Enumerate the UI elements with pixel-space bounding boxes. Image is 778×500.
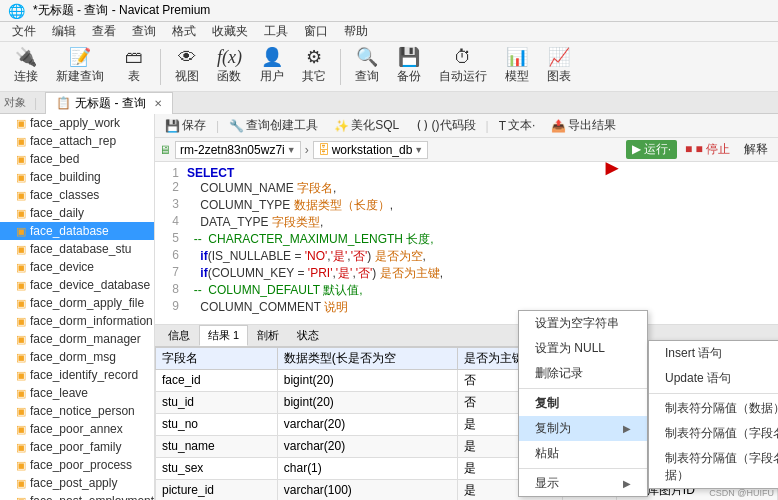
ctx-sep-1 (519, 388, 647, 389)
tab-result-1[interactable]: 结果 1 (199, 325, 248, 346)
function-icon: f(x) (217, 48, 242, 66)
ctx-copy-as[interactable]: 复制为 ▶ (519, 416, 647, 441)
tab-close-icon[interactable]: ✕ (154, 98, 162, 109)
query-tab-icon: 📋 (56, 96, 71, 110)
sidebar-item-face-database-stu[interactable]: ▣ face_database_stu (0, 240, 154, 258)
arrow-icon: › (305, 143, 309, 157)
toolbar-auto-run[interactable]: ⏱ 自动运行 (433, 45, 493, 88)
sidebar-item-face-leave[interactable]: ▣ face_leave (0, 384, 154, 402)
sidebar-item-face-poor-process[interactable]: ▣ face_poor_process (0, 456, 154, 474)
toolbar-connect[interactable]: 🔌 连接 (8, 45, 44, 88)
menu-format[interactable]: 格式 (164, 21, 204, 42)
table-row-icon: ▣ (16, 477, 26, 490)
menu-tools[interactable]: 工具 (256, 21, 296, 42)
toolbar-table[interactable]: 🗃 表 (116, 45, 152, 88)
sub-ctx-update[interactable]: Update 语句 (649, 366, 778, 391)
sidebar-item-face-building[interactable]: ▣ face_building (0, 168, 154, 186)
menu-query[interactable]: 查询 (124, 21, 164, 42)
menu-favorites[interactable]: 收藏夹 (204, 21, 256, 42)
query-tab[interactable]: 📋 无标题 - 查询 ✕ (45, 92, 173, 114)
menu-help[interactable]: 帮助 (336, 21, 376, 42)
sidebar-item-face-database[interactable]: ▣ face_database (0, 222, 154, 240)
cell-field: picture_id (156, 479, 278, 500)
ctx-copy[interactable]: 复制 (519, 391, 647, 416)
stop-button[interactable]: ■ ■ 停止 (681, 140, 734, 159)
table-row-icon: ▣ (16, 495, 26, 501)
sub-ctx-tab-data[interactable]: 制表符分隔值（数据） (649, 396, 778, 421)
table-row-icon: ▣ (16, 153, 26, 166)
toolbar-other[interactable]: ⚙ 其它 (296, 45, 332, 88)
toolbar-function[interactable]: f(x) 函数 (211, 45, 248, 88)
auto-run-icon: ⏱ (454, 48, 472, 66)
sidebar-item-face-device-database[interactable]: ▣ face_device_database (0, 276, 154, 294)
explain-button[interactable]: 解释 (738, 140, 774, 159)
sidebar-item-face-classes[interactable]: ▣ face_classes (0, 186, 154, 204)
query-builder-button[interactable]: 🔧 查询创建工具 (223, 116, 324, 135)
main-toolbar: 🔌 连接 📝 新建查询 🗃 表 👁 视图 f(x) 函数 👤 用户 ⚙ 其它 🔍… (0, 42, 778, 92)
menu-view[interactable]: 查看 (84, 21, 124, 42)
ctx-paste[interactable]: 粘贴 (519, 441, 647, 466)
menu-window[interactable]: 窗口 (296, 21, 336, 42)
table-row-icon: ▣ (16, 207, 26, 220)
ctx-set-empty-string[interactable]: 设置为空字符串 (519, 311, 647, 336)
connection-selector[interactable]: rm-2zetn83n05wz7i ▼ (175, 141, 301, 159)
ctx-delete-record[interactable]: 删除记录 (519, 361, 647, 386)
toolbar-query[interactable]: 🔍 查询 (349, 45, 385, 88)
tab-info[interactable]: 信息 (159, 325, 199, 346)
table-row-icon: ▣ (16, 315, 26, 328)
toolbar-user[interactable]: 👤 用户 (254, 45, 290, 88)
cell-field: stu_sex (156, 457, 278, 479)
beautify-sql-button[interactable]: ✨ 美化SQL (328, 116, 405, 135)
save-button[interactable]: 💾 保存 (159, 116, 212, 135)
sidebar-item-face-identify-record[interactable]: ▣ face_identify_record (0, 366, 154, 384)
export-button[interactable]: 📤 导出结果 (545, 116, 622, 135)
sidebar-item-face-dorm-information[interactable]: ▣ face_dorm_information (0, 312, 154, 330)
sidebar-item-face-dorm-apply-file[interactable]: ▣ face_dorm_apply_file (0, 294, 154, 312)
database-name: workstation_db (332, 143, 413, 157)
toolbar-model[interactable]: 📊 模型 (499, 45, 535, 88)
sidebar-item-face-poor-annex[interactable]: ▣ face_poor_annex (0, 420, 154, 438)
export-icon: 📤 (551, 119, 566, 133)
context-menu: 设置为空字符串 设置为 NULL 删除记录 复制 复制为 ▶ 粘贴 显示 ▶ (518, 310, 648, 497)
text-button[interactable]: T 文本· (493, 116, 542, 135)
sql-editor[interactable]: 1 SELECT 2 COLUMN_NAME 字段名, 3 COLUMN_TYP… (155, 162, 778, 325)
tab-status[interactable]: 状态 (288, 325, 328, 346)
sub-ctx-tab-field[interactable]: 制表符分隔值（字段名） (649, 421, 778, 446)
sidebar-item-face-dorm-manager[interactable]: ▣ face_dorm_manager (0, 330, 154, 348)
sub-ctx-tab-both[interactable]: 制表符分隔值（字段名和数据） (649, 446, 778, 488)
table-row-icon: ▣ (16, 387, 26, 400)
sidebar-item-face-attach-rep[interactable]: ▣ face_attach_rep (0, 132, 154, 150)
sub-ctx-insert[interactable]: Insert 语句 (649, 341, 778, 366)
sql-line-7: 7 if(COLUMN_KEY = 'PRI','是','否') 是否为主键, (163, 265, 770, 282)
toolbar-view[interactable]: 👁 视图 (169, 45, 205, 88)
sidebar-item-face-notice-person[interactable]: ▣ face_notice_person (0, 402, 154, 420)
sidebar-item-face-poor-family[interactable]: ▣ face_poor_family (0, 438, 154, 456)
sidebar-item-face-apply-work[interactable]: ▣ face_apply_work (0, 114, 154, 132)
code-snippet-button[interactable]: () ()代码段 (409, 116, 481, 135)
code-snippet-icon: () (415, 119, 429, 133)
sidebar-item-face-device[interactable]: ▣ face_device (0, 258, 154, 276)
run-button[interactable]: ▶ 运行· (626, 140, 677, 159)
menu-edit[interactable]: 编辑 (44, 21, 84, 42)
ctx-set-null[interactable]: 设置为 NULL (519, 336, 647, 361)
toolbar-new-query[interactable]: 📝 新建查询 (50, 45, 110, 88)
database-selector[interactable]: 🗄 workstation_db ▼ (313, 141, 429, 159)
cell-type: varchar(20) (277, 413, 457, 435)
cell-type: char(1) (277, 457, 457, 479)
sidebar-item-face-daily[interactable]: ▣ face_daily (0, 204, 154, 222)
sub-context-menu: Insert 语句 Update 语句 制表符分隔值（数据） 制表符分隔值（字段… (648, 340, 778, 489)
sidebar-item-face-post-employment[interactable]: ▣ face_post_employment (0, 492, 154, 500)
sql-line-2: 2 COLUMN_NAME 字段名, (163, 180, 770, 197)
sidebar-item-face-dorm-msg[interactable]: ▣ face_dorm_msg (0, 348, 154, 366)
new-query-icon: 📝 (69, 48, 91, 66)
ctx-show[interactable]: 显示 ▶ (519, 471, 647, 496)
table-row-icon: ▣ (16, 333, 26, 346)
sidebar-item-face-post-apply[interactable]: ▣ face_post_apply (0, 474, 154, 492)
table-row-icon: ▣ (16, 117, 26, 130)
toolbar-chart[interactable]: 📈 图表 (541, 45, 577, 88)
query-tab-label: 无标题 - 查询 (75, 95, 146, 112)
toolbar-backup[interactable]: 💾 备份 (391, 45, 427, 88)
sidebar-item-face-bed[interactable]: ▣ face_bed (0, 150, 154, 168)
tab-profiling[interactable]: 剖析 (248, 325, 288, 346)
menu-file[interactable]: 文件 (4, 21, 44, 42)
